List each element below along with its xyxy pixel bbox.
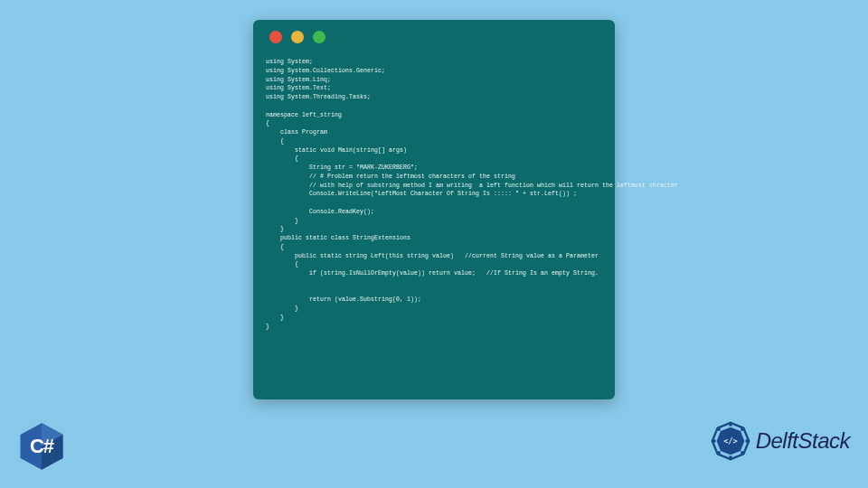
csharp-label: C# [30,435,53,458]
csharp-logo: C# [16,421,67,472]
svg-point-6 [741,427,744,431]
delftstack-logo: </> DelftStack [709,419,850,463]
close-icon [269,31,282,43]
delftstack-label: DelftStack [756,428,850,454]
svg-text:</>: </> [723,436,738,446]
svg-point-7 [745,439,749,443]
window-controls [269,31,602,43]
svg-point-8 [741,451,744,455]
svg-point-11 [712,439,715,443]
svg-point-5 [729,423,732,427]
code-content: using System; using System.Collections.G… [266,58,602,331]
svg-point-9 [729,455,732,459]
svg-point-10 [717,451,721,455]
svg-point-12 [717,427,721,431]
code-window: using System; using System.Collections.G… [253,20,615,399]
maximize-icon [313,31,326,43]
minimize-icon [291,31,304,43]
delftstack-icon: </> [709,419,752,463]
